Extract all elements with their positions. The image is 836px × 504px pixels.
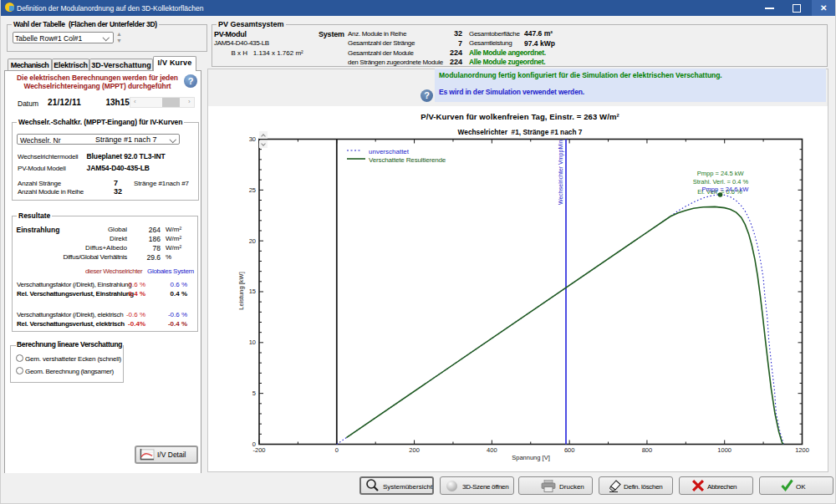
svg-text:600: 600 bbox=[564, 446, 575, 454]
svg-text:Leistung [kW]: Leistung [kW] bbox=[237, 272, 245, 309]
svg-text:0: 0 bbox=[335, 446, 339, 454]
svg-text:unverschattet: unverschattet bbox=[369, 148, 410, 155]
svg-text:25: 25 bbox=[249, 186, 256, 194]
svg-text:15: 15 bbox=[249, 288, 256, 295]
svg-text:Pmpp = 24.5 kW: Pmpp = 24.5 kW bbox=[697, 170, 745, 177]
svg-text:Verschattete Resultierende: Verschattete Resultierende bbox=[369, 156, 446, 164]
svg-text:400: 400 bbox=[487, 446, 497, 454]
svg-text:800: 800 bbox=[642, 446, 653, 454]
svg-text:5: 5 bbox=[252, 389, 256, 397]
svg-text:200: 200 bbox=[409, 446, 420, 454]
svg-text:20: 20 bbox=[249, 237, 256, 245]
svg-text:30: 30 bbox=[249, 135, 256, 143]
svg-text:1200: 1200 bbox=[795, 446, 809, 454]
svg-text:Wechselrichter VmppMin: Wechselrichter VmppMin bbox=[558, 140, 564, 205]
svg-text:Wechselrichter #1, Stränge #1: Wechselrichter #1, Stränge #1 nach 7 bbox=[458, 128, 583, 136]
svg-text:P/V-Kurven für wolkenfreien Ta: P/V-Kurven für wolkenfreien Tag, Einstr.… bbox=[421, 112, 619, 121]
svg-text:Spannung [V]: Spannung [V] bbox=[512, 454, 549, 461]
svg-text:Pmpp = 24.6 kW: Pmpp = 24.6 kW bbox=[702, 186, 750, 193]
svg-text:1000: 1000 bbox=[717, 446, 732, 454]
svg-text:10: 10 bbox=[249, 339, 256, 346]
svg-text:0: 0 bbox=[252, 440, 256, 448]
